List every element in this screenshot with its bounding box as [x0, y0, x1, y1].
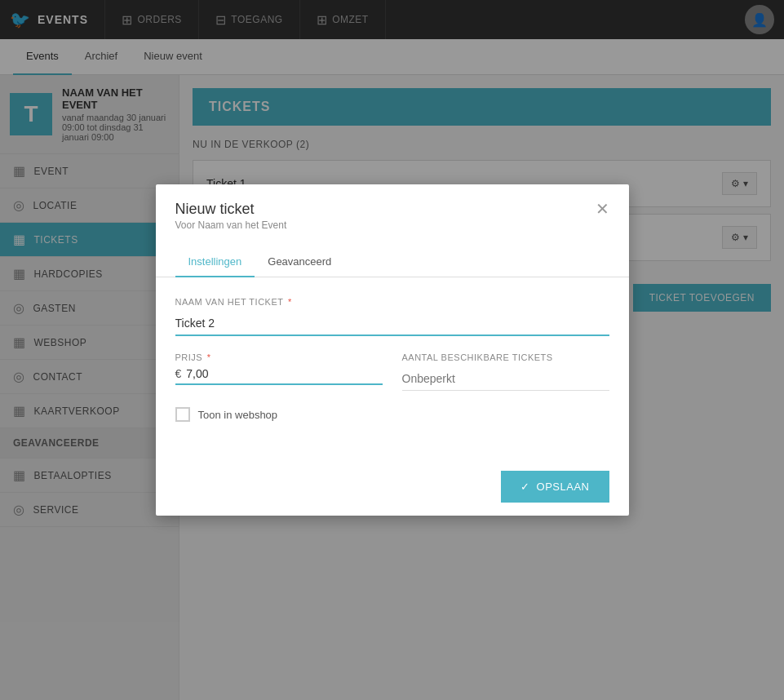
- modal-header: Nieuw ticket Voor Naam van het Event ✕: [156, 184, 629, 234]
- beschikbare-label: AANTAL BESCHIKBARE TICKETS: [402, 352, 609, 362]
- modal-subtitle: Voor Naam van het Event: [175, 219, 287, 231]
- price-input[interactable]: [186, 367, 382, 380]
- modal-dialog: Nieuw ticket Voor Naam van het Event ✕ I…: [156, 184, 629, 516]
- ticket-name-group: NAAM VAN HET TICKET *: [175, 297, 609, 336]
- price-wrapper: €: [175, 367, 383, 385]
- toon-label: Toon in webshop: [198, 409, 278, 421]
- checkmark-icon: ✓: [520, 481, 530, 493]
- modal-body: NAAM VAN HET TICKET * PRIJS * € AANTA: [156, 277, 629, 458]
- price-col: PRIJS * €: [175, 352, 383, 391]
- price-row: PRIJS * € AANTAL BESCHIKBARE TICKETS: [175, 352, 609, 391]
- ticket-name-input[interactable]: [175, 312, 609, 336]
- beschikbare-col: AANTAL BESCHIKBARE TICKETS: [402, 352, 609, 391]
- tab-geavanceerd[interactable]: Geavanceerd: [255, 247, 344, 277]
- price-label: PRIJS *: [175, 352, 383, 362]
- modal-footer: ✓ OPSLAAN: [156, 458, 629, 516]
- toon-checkbox[interactable]: [175, 407, 190, 422]
- beschikbare-input[interactable]: [402, 367, 609, 391]
- modal-overlay: Nieuw ticket Voor Naam van het Event ✕ I…: [0, 0, 784, 700]
- toon-row: Toon in webshop: [175, 407, 609, 422]
- ticket-name-label: NAAM VAN HET TICKET *: [175, 297, 609, 307]
- tab-instellingen[interactable]: Instellingen: [175, 247, 255, 277]
- modal-title-group: Nieuw ticket Voor Naam van het Event: [175, 201, 287, 231]
- modal-tabs: Instellingen Geavanceerd: [156, 247, 629, 277]
- save-button[interactable]: ✓ OPSLAAN: [501, 471, 609, 503]
- modal-close-button[interactable]: ✕: [596, 201, 609, 217]
- modal-title: Nieuw ticket: [175, 201, 287, 218]
- price-symbol: €: [175, 367, 182, 380]
